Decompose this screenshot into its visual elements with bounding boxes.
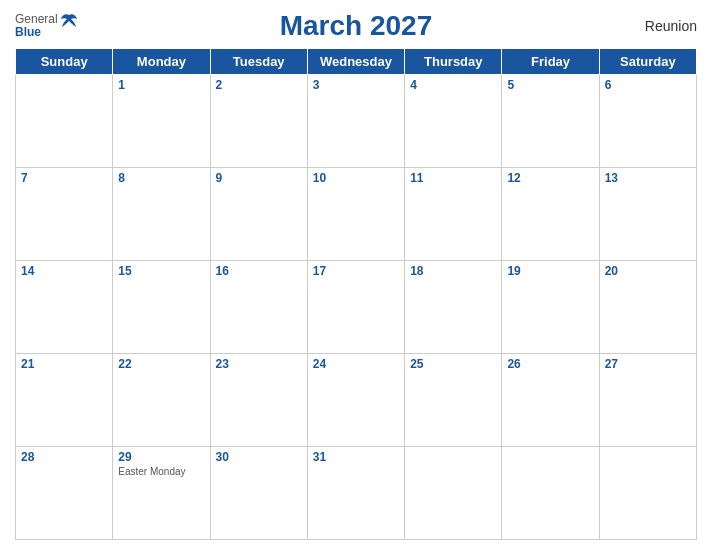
calendar-cell: 16 <box>210 261 307 354</box>
header-wednesday: Wednesday <box>307 49 404 75</box>
day-number: 15 <box>118 264 204 278</box>
header-sunday: Sunday <box>16 49 113 75</box>
day-number: 6 <box>605 78 691 92</box>
week-row-3: 14151617181920 <box>16 261 697 354</box>
day-number: 21 <box>21 357 107 371</box>
day-number: 30 <box>216 450 302 464</box>
calendar-cell: 1 <box>113 75 210 168</box>
day-number: 13 <box>605 171 691 185</box>
day-number: 23 <box>216 357 302 371</box>
calendar-cell: 17 <box>307 261 404 354</box>
day-number: 7 <box>21 171 107 185</box>
week-row-1: 123456 <box>16 75 697 168</box>
calendar-cell: 31 <box>307 447 404 540</box>
calendar-cell: 28 <box>16 447 113 540</box>
day-number: 17 <box>313 264 399 278</box>
logo-blue: Blue <box>15 26 58 39</box>
calendar-table: Sunday Monday Tuesday Wednesday Thursday… <box>15 48 697 540</box>
day-number: 10 <box>313 171 399 185</box>
day-number: 14 <box>21 264 107 278</box>
day-number: 9 <box>216 171 302 185</box>
day-number: 24 <box>313 357 399 371</box>
calendar-cell: 23 <box>210 354 307 447</box>
day-number: 26 <box>507 357 593 371</box>
calendar-cell: 24 <box>307 354 404 447</box>
calendar-region: Reunion <box>645 18 697 34</box>
calendar-cell <box>405 447 502 540</box>
day-number: 16 <box>216 264 302 278</box>
day-number: 19 <box>507 264 593 278</box>
day-number: 5 <box>507 78 593 92</box>
day-number: 22 <box>118 357 204 371</box>
day-number: 2 <box>216 78 302 92</box>
week-row-2: 78910111213 <box>16 168 697 261</box>
calendar-cell <box>16 75 113 168</box>
day-number: 27 <box>605 357 691 371</box>
day-number: 3 <box>313 78 399 92</box>
header-tuesday: Tuesday <box>210 49 307 75</box>
day-number: 8 <box>118 171 204 185</box>
calendar-cell: 10 <box>307 168 404 261</box>
day-number: 25 <box>410 357 496 371</box>
calendar-cell: 13 <box>599 168 696 261</box>
calendar-cell: 15 <box>113 261 210 354</box>
calendar-page: General Blue March 2027 Reunion Sunday M… <box>0 0 712 550</box>
calendar-cell: 26 <box>502 354 599 447</box>
event-label: Easter Monday <box>118 466 204 477</box>
logo: General Blue <box>15 13 78 39</box>
calendar-cell: 7 <box>16 168 113 261</box>
calendar-header: General Blue March 2027 Reunion <box>15 10 697 42</box>
calendar-cell: 12 <box>502 168 599 261</box>
day-number: 4 <box>410 78 496 92</box>
calendar-title: March 2027 <box>280 10 433 42</box>
day-number: 20 <box>605 264 691 278</box>
calendar-cell: 8 <box>113 168 210 261</box>
calendar-cell <box>502 447 599 540</box>
header-thursday: Thursday <box>405 49 502 75</box>
calendar-cell: 5 <box>502 75 599 168</box>
day-number: 29 <box>118 450 204 464</box>
calendar-cell: 27 <box>599 354 696 447</box>
calendar-cell: 6 <box>599 75 696 168</box>
calendar-cell: 2 <box>210 75 307 168</box>
calendar-cell: 21 <box>16 354 113 447</box>
calendar-cell: 30 <box>210 447 307 540</box>
calendar-cell: 25 <box>405 354 502 447</box>
calendar-cell: 19 <box>502 261 599 354</box>
calendar-cell: 11 <box>405 168 502 261</box>
logo-bird-icon <box>60 13 78 35</box>
calendar-cell: 18 <box>405 261 502 354</box>
calendar-cell: 3 <box>307 75 404 168</box>
weekday-header-row: Sunday Monday Tuesday Wednesday Thursday… <box>16 49 697 75</box>
day-number: 31 <box>313 450 399 464</box>
calendar-cell <box>599 447 696 540</box>
header-saturday: Saturday <box>599 49 696 75</box>
header-monday: Monday <box>113 49 210 75</box>
day-number: 18 <box>410 264 496 278</box>
calendar-cell: 14 <box>16 261 113 354</box>
calendar-cell: 20 <box>599 261 696 354</box>
calendar-cell: 4 <box>405 75 502 168</box>
header-friday: Friday <box>502 49 599 75</box>
week-row-5: 2829Easter Monday3031 <box>16 447 697 540</box>
week-row-4: 21222324252627 <box>16 354 697 447</box>
calendar-cell: 29Easter Monday <box>113 447 210 540</box>
day-number: 12 <box>507 171 593 185</box>
day-number: 1 <box>118 78 204 92</box>
day-number: 28 <box>21 450 107 464</box>
calendar-cell: 9 <box>210 168 307 261</box>
day-number: 11 <box>410 171 496 185</box>
calendar-cell: 22 <box>113 354 210 447</box>
